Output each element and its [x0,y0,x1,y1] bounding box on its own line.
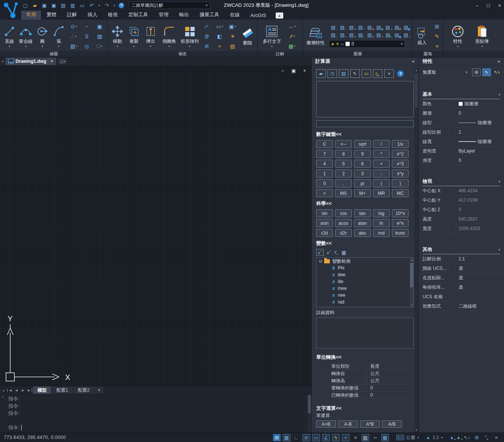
region-icon[interactable] [94,22,105,31]
calculator-grid-icon[interactable] [342,250,346,255]
layer-delete-icon[interactable]: × [402,32,410,39]
calc-key[interactable]: 7 [316,150,333,158]
mtext-button[interactable]: A 多行文字 [260,25,284,48]
numpad-section-title[interactable]: 數字鍵盤<< [316,131,414,138]
properties-button[interactable]: 特性 [448,25,467,48]
unit-row-value[interactable]: 0 [366,392,409,398]
move-button[interactable]: 移動 [110,25,125,48]
calc-key[interactable]: 1/x [392,140,409,148]
calc-key[interactable]: x^2 [392,150,409,158]
settings-gear-icon[interactable] [473,434,481,441]
offset-icon[interactable] [201,32,212,41]
properties-close-icon[interactable] [497,59,500,64]
calc-key[interactable]: rnd [373,229,390,237]
calc-key[interactable]: = [316,189,333,197]
auto-annotation-icon[interactable] [456,435,461,440]
variable-row[interactable]: xmee [317,285,413,292]
stretch-caret-icon[interactable] [150,45,151,48]
tab-solid[interactable]: 實體 [42,10,61,20]
calc-key[interactable]: d2r [335,229,352,237]
property-value[interactable]: 是 [455,283,504,292]
lineweight-toggle-icon[interactable] [352,434,359,441]
tab-online[interactable]: 在線 [225,10,245,20]
section-other[interactable]: 其他 [423,246,500,254]
calc-key[interactable]: MS [335,189,352,197]
clipboard-button[interactable]: 剪貼簿 [473,25,492,48]
calc-key[interactable]: <-- [335,140,352,148]
tab-custom-tools[interactable]: 定制工具 [123,10,153,20]
collapse-node-icon[interactable] [319,259,322,263]
property-value[interactable]: ByLayer [455,146,504,156]
property-value[interactable]: 1:1 [455,254,504,263]
layer-match-icon[interactable]: = [329,32,337,39]
rectangle-edit-icon[interactable] [214,22,225,31]
block-define-icon[interactable] [431,22,443,31]
unit-row-value[interactable]: 0 [366,385,409,391]
layout-first-icon[interactable] [7,389,13,392]
insert-button[interactable]: 插入 [415,26,429,46]
polyline-button[interactable]: 聚合線 [19,25,33,48]
variables-tree[interactable]: 變數範例 kPhi xdee xille xmee xnee xrad xvee [316,257,414,307]
new-document-tab-button[interactable]: ▢+ [58,58,67,64]
calc-key[interactable]: 2 [335,170,352,177]
annotation-scale-value[interactable]: 1:1 [433,435,439,440]
selection-cycling-icon[interactable]: ◇ [463,434,471,441]
layer-burst-icon[interactable]: * [374,32,383,39]
scale-caret-icon[interactable] [441,436,443,439]
measure-distance-icon[interactable] [362,69,371,78]
calculator-close-icon[interactable] [412,59,415,64]
ortho-toggle-icon[interactable] [293,434,300,441]
calc-key[interactable]: 8 [335,150,352,158]
copy-caret-icon[interactable] [133,45,135,48]
calc-key[interactable]: MR [373,189,390,197]
doc-restore-icon[interactable] [292,68,296,73]
polar-tracking-icon[interactable] [303,434,310,441]
calc-key[interactable]: A-B [338,420,358,428]
calc-key[interactable]: asin [316,219,333,227]
command-close-icon[interactable] [2,395,4,399]
tab-layout1[interactable]: 配置1 [52,386,73,394]
tab-view[interactable]: 檢視 [103,10,123,20]
tab-model[interactable]: 模型 [33,386,51,394]
layout-prev-icon[interactable] [14,389,19,392]
layer-thaw-icon[interactable]: • [384,25,392,31]
donut-icon[interactable] [81,42,92,51]
calc-key[interactable]: r2d [316,229,333,237]
calculator-input[interactable] [316,120,414,127]
unit-conversion-title[interactable]: 單位轉換<< [316,354,414,361]
window-close-button[interactable] [498,3,501,8]
layer-lock-icon[interactable]: ■ [365,25,374,31]
mtext-caret-icon[interactable] [271,45,273,48]
revision-cloud-icon[interactable] [81,32,92,41]
doc-tab-menu-icon[interactable] [0,60,5,63]
doc-minimize-icon[interactable] [281,68,284,73]
clear-icon[interactable] [316,69,326,78]
dyn-units-badge[interactable]: 0.0 [396,435,404,440]
variables-section-title[interactable]: 變數<< [316,240,414,247]
dynamic-input-icon[interactable] [342,434,350,441]
layer-unisolate-icon[interactable]: ✓ [356,32,365,39]
document-tab[interactable]: DWG Drawing1.dwg [5,58,56,65]
layer-freeze-icon[interactable]: * [356,25,365,31]
calc-key[interactable]: ) [392,179,409,187]
unit-row-value[interactable]: 公尺 [366,370,409,377]
hatch-edit-icon[interactable] [227,42,238,51]
new-variable-icon[interactable]: x+ [316,249,324,256]
variable-row[interactable]: xvee [317,305,413,307]
clipboard-caret-icon[interactable] [481,45,483,48]
undo-icon[interactable]: ↶ [88,2,95,9]
fillet-caret-icon[interactable] [169,45,170,48]
annotation-scale-icon[interactable] [426,435,431,440]
arc-button[interactable]: 弧 [52,25,66,48]
calculator-help-icon[interactable]: ? [396,69,405,78]
units-caret-icon[interactable] [418,436,419,439]
point-icon[interactable] [68,32,80,41]
layer-off-icon[interactable]: ↓ [329,25,337,31]
calc-key[interactable]: 4 [316,160,333,168]
layer-sun-icon[interactable]: ☀ [393,25,401,31]
doc-close-icon[interactable] [303,68,306,73]
layer-bulb-icon[interactable]: • [347,25,356,31]
section-other-caret-icon[interactable] [498,248,500,252]
calculator-scrollbar[interactable] [414,68,418,433]
fillet-button[interactable]: 倒圓角 [160,25,178,48]
